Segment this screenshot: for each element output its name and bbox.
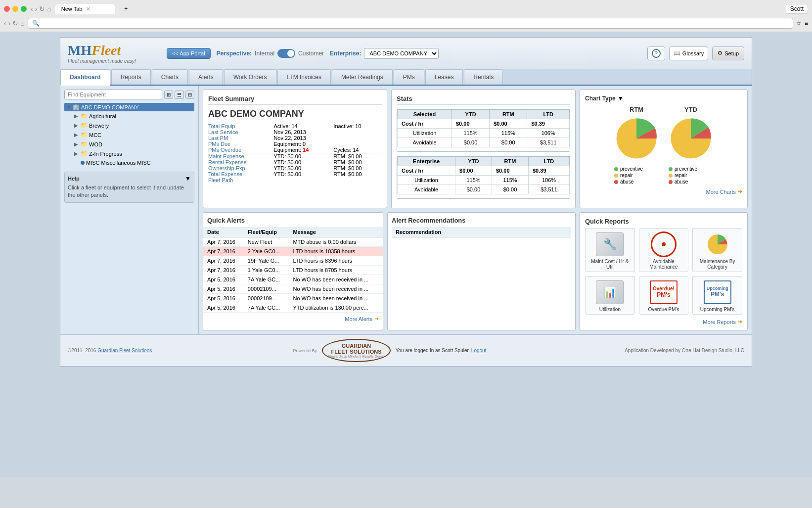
perspective-toggle[interactable] <box>277 49 295 58</box>
maximize-dot[interactable] <box>21 6 27 12</box>
tree-row-wod[interactable]: ▶ 📁 WOD <box>72 140 194 148</box>
url-bar[interactable]: 🔍 <box>28 18 793 29</box>
more-charts-link[interactable]: More Charts ➜ <box>585 188 742 195</box>
tab-close-icon[interactable]: ✕ <box>86 6 90 12</box>
more-reports-link[interactable]: More Reports ➜ <box>585 319 742 325</box>
maint-expense-link[interactable]: Maint Expense <box>208 153 244 159</box>
equipment-search-input[interactable] <box>64 90 162 99</box>
app-portal-button[interactable]: << App Portal <box>167 48 211 59</box>
tab-rentals[interactable]: Rentals <box>464 69 503 85</box>
arrow-right-reports-icon: ➜ <box>738 319 742 325</box>
tree-children: ▶ 📁 Agricultural ▶ 📁 Brewery <box>72 111 194 167</box>
report-upcoming-pms[interactable]: Upcoming PM's Upcoming PM's <box>692 276 742 315</box>
ytd-chart-label: YTD <box>669 106 713 113</box>
fleet-path-link[interactable]: Fleet Path <box>208 177 233 183</box>
help-button[interactable]: ? <box>647 46 665 60</box>
help-collapse-button[interactable]: ▼ <box>185 175 191 182</box>
home-button[interactable]: ⌂ <box>47 5 51 13</box>
minimize-dot[interactable] <box>12 6 18 12</box>
table-row: Apr 5, 2016 7A Yale GC... No WO has been… <box>203 275 383 284</box>
enterprise-select[interactable]: ABC DEMO COMPANY <box>364 48 439 59</box>
stat-cost-hr-ytd: $0.00 <box>451 119 489 129</box>
browser-tab[interactable]: New Tab ✕ <box>55 4 115 14</box>
sidebar-expand-icon[interactable]: ⊟ <box>185 91 194 99</box>
tree-row-mcc[interactable]: ▶ 📁 MCC <box>72 131 194 139</box>
chart-type-dropdown-icon: ▼ <box>618 95 624 102</box>
total-equip-link[interactable]: Total Equip. <box>208 123 236 129</box>
report-maint-cost[interactable]: 🔧 Maint Cost / Hr & Util <box>585 228 635 272</box>
rental-expense-rtm: RTM: $0.00 <box>333 159 382 165</box>
table-row: Apr 5, 2016 00002109... No WO has been r… <box>203 284 383 294</box>
ownership-exp-link[interactable]: Ownership Exp. <box>208 165 247 171</box>
last-service-link[interactable]: Last Service <box>208 129 238 135</box>
alert-fleet: 2 Yale GC0... <box>244 247 289 256</box>
url-input[interactable] <box>43 20 789 27</box>
url-back-button[interactable]: ‹ <box>4 19 6 27</box>
refresh-button[interactable]: ↻ <box>39 5 45 13</box>
red-dot-icon <box>662 242 666 246</box>
tree-row-misc[interactable]: MISC Miscellaneous MISC <box>72 159 194 167</box>
url-home-button[interactable]: ⌂ <box>20 19 24 27</box>
tab-leases[interactable]: Leases <box>425 69 463 85</box>
pms-overdue-link[interactable]: PMs Overdue <box>208 147 241 153</box>
total-expense-link[interactable]: Total Expense <box>208 171 242 177</box>
col-rtm-ent: RTM <box>492 157 529 166</box>
menu-icon[interactable]: ≡ <box>805 20 808 27</box>
upcoming-pms-icon: Upcoming PM's <box>703 278 732 306</box>
report-utilization[interactable]: 📊 Utilization <box>585 276 635 315</box>
more-alerts-link[interactable]: More Alerts ➜ <box>203 313 383 325</box>
stats-title: Stats <box>397 95 570 105</box>
url-refresh-button[interactable]: ↻ <box>12 19 18 27</box>
ent-avoidable-rtm: $0.00 <box>492 185 529 194</box>
quick-reports-title: Quick Reports <box>585 218 742 225</box>
rental-expense-link[interactable]: Rental Expense <box>208 159 247 165</box>
footer-logo-area: Powered By GUARDIANFLEET SOLUTIONS Stewa… <box>293 339 487 362</box>
tab-reports[interactable]: Reports <box>111 69 151 85</box>
header-buttons: ? 📖 Glossary ⚙ Setup <box>647 46 744 60</box>
bookmark-icon[interactable]: ☆ <box>796 20 802 27</box>
logout-link[interactable]: Logout <box>471 348 487 353</box>
new-tab-button[interactable]: + <box>119 3 134 15</box>
fleet-summary-panel: Fleet Summary ABC DEMO COMPANY Total Equ… <box>203 90 387 208</box>
alerts-table: Date Fleet/Equip Message Apr 7, 2016 New… <box>203 227 383 313</box>
copyright-text: ©2011–2016 <box>68 348 97 353</box>
report-overdue-pms[interactable]: Overdue! PM's Overdue PM's <box>639 276 689 315</box>
tab-work-orders[interactable]: Work Orders <box>224 69 276 85</box>
user-profile[interactable]: Scott <box>786 4 808 14</box>
tab-alerts[interactable]: Alerts <box>189 69 223 85</box>
report-maintenance-by-category[interactable]: Maintenance By Category <box>692 228 742 272</box>
chart-type-header[interactable]: Chart Type ▼ <box>585 95 742 102</box>
close-dot[interactable] <box>4 6 10 12</box>
tree-expander-icon: ▼ <box>66 104 71 110</box>
folder-icon-4: 📁 <box>81 141 88 147</box>
pms-due-link[interactable]: PMs Due <box>208 141 230 147</box>
back-button[interactable]: ‹ <box>31 5 33 13</box>
tree-row-brewery[interactable]: ▶ 📁 Brewery <box>72 121 194 130</box>
sidebar-list-icon[interactable]: ☰ <box>175 91 184 99</box>
tab-ltm-invoices[interactable]: LTM Invoices <box>277 69 331 85</box>
last-pm-link[interactable]: Last PM <box>208 135 228 141</box>
tree-item-abc-demo[interactable]: ▼ 🏢 ABC DEMO COMPANY <box>64 103 194 111</box>
forward-button[interactable]: › <box>35 5 38 13</box>
footer-company-link[interactable]: Guardian Fleet Solutions <box>97 348 152 353</box>
folder-icon-5: 📁 <box>81 150 88 157</box>
glossary-button[interactable]: 📖 Glossary <box>669 46 708 60</box>
recommendations-table: Recommendation <box>392 227 571 246</box>
tab-meter-readings[interactable]: Meter Readings <box>332 69 393 85</box>
col-recommendation: Recommendation <box>392 227 571 237</box>
col-ytd-ent: YTD <box>455 157 492 166</box>
maint-cost-label: Maint Cost / Hr & Util <box>587 259 632 270</box>
sidebar-grid-icon[interactable]: ⊞ <box>164 91 173 99</box>
report-avoidable-maintenance[interactable]: Avoidable Maintenance <box>639 228 689 272</box>
tab-dashboard[interactable]: Dashboard <box>60 69 110 86</box>
alert-message: No WO has been received in ... <box>289 275 383 284</box>
folder-icon-3: 📁 <box>81 132 88 138</box>
tab-charts[interactable]: Charts <box>152 69 188 85</box>
upcoming-pms-label-text: PM's <box>711 291 724 298</box>
url-forward-button[interactable]: › <box>8 19 11 27</box>
tab-pms[interactable]: PMs <box>394 69 424 85</box>
ent-utilization-rtm: 115% <box>492 176 529 185</box>
setup-button[interactable]: ⚙ Setup <box>712 46 744 60</box>
tree-row-agricultural[interactable]: ▶ 📁 Agricultural <box>72 112 194 120</box>
tree-row-z-in-progress[interactable]: ▶ 📁 Z-In Progress <box>72 149 194 158</box>
